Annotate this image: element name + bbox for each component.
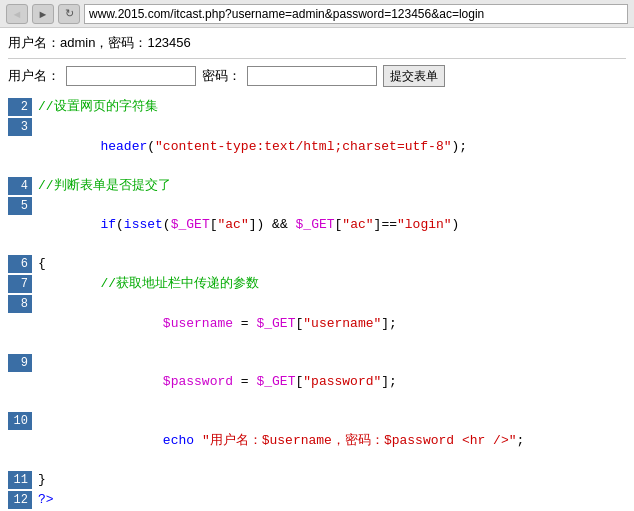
page-content: 用户名：admin，密码：123456 用户名： 密码： 提交表单 2 //设置… xyxy=(0,28,634,511)
refresh-button[interactable]: ↻ xyxy=(58,4,80,24)
password-input[interactable] xyxy=(247,66,377,86)
password-label: 密码： xyxy=(202,67,241,85)
code-line-2: 2 //设置网页的字符集 xyxy=(8,97,626,117)
code-line-10: 10 echo "用户名：$username，密码：$password <hr … xyxy=(8,411,626,470)
username-input[interactable] xyxy=(66,66,196,86)
code-line-4: 4 //判断表单是否提交了 xyxy=(8,176,626,196)
result-line: 用户名：admin，密码：123456 xyxy=(8,34,626,59)
code-line-3: 3 header("content-type:text/html;charset… xyxy=(8,117,626,176)
back-button[interactable]: ◄ xyxy=(6,4,28,24)
form-row: 用户名： 密码： 提交表单 xyxy=(8,65,626,87)
address-bar[interactable] xyxy=(84,4,628,24)
code-area: 2 //设置网页的字符集 3 header("content-type:text… xyxy=(8,97,626,511)
submit-button[interactable]: 提交表单 xyxy=(383,65,445,87)
code-line-12: 12 ?> xyxy=(8,490,626,510)
username-label: 用户名： xyxy=(8,67,60,85)
code-line-8: 8 $username = $_GET["username"]; xyxy=(8,294,626,353)
browser-toolbar: ◄ ► ↻ xyxy=(0,0,634,28)
forward-button[interactable]: ► xyxy=(32,4,54,24)
code-line-7: 7 //获取地址栏中传递的参数 xyxy=(8,274,626,294)
code-line-9: 9 $password = $_GET["password"]; xyxy=(8,353,626,412)
code-line-5: 5 if(isset($_GET["ac"]) && $_GET["ac"]==… xyxy=(8,196,626,255)
code-line-11: 11 } xyxy=(8,470,626,490)
code-line-6: 6 { xyxy=(8,254,626,274)
